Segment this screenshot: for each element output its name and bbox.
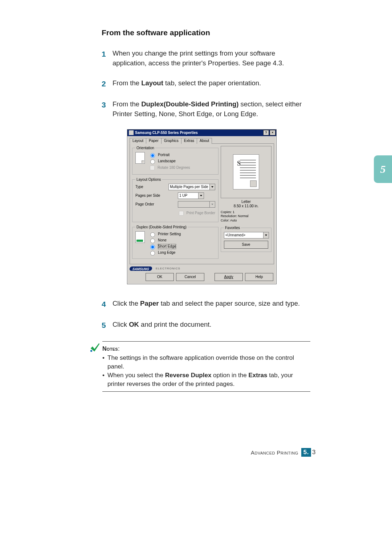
- footer-chapter-box: 5.: [301, 448, 311, 457]
- notes-box: Notes: • The settings in the software ap…: [102, 341, 310, 392]
- radio-input[interactable]: [150, 239, 155, 243]
- bold: Paper: [140, 300, 159, 307]
- orientation-preview-icon: [135, 152, 145, 164]
- bold: Duplex(Double-Sided Printing): [141, 100, 238, 108]
- orientation-group: Orientation Portrait Landscape: [132, 146, 219, 175]
- dropdown-value: Multiple Pages per Side: [169, 185, 209, 189]
- field-label: Pages per Side: [135, 194, 166, 197]
- bold: Layout: [141, 79, 163, 87]
- printer-icon: [129, 130, 134, 135]
- text: and print the document.: [139, 321, 212, 328]
- text: Click the: [113, 300, 140, 307]
- help-button[interactable]: Help: [245, 273, 273, 281]
- step-number: 5: [102, 320, 113, 331]
- brand-subtext: ELECTRONICS: [156, 267, 180, 270]
- bold: OK: [129, 321, 139, 328]
- step-number: 3: [102, 99, 113, 119]
- close-button[interactable]: ×: [270, 130, 275, 135]
- manual-page: From the software application 1 When you…: [0, 0, 392, 554]
- radio-input[interactable]: [150, 245, 155, 249]
- printer-properties-dialog: Samsung CLP-550 Series Properties ? × La…: [127, 129, 277, 284]
- duplex-group: Duplex (Double-Sided Printing) Printer S…: [132, 225, 219, 259]
- radio-long-edge[interactable]: Long Edge: [148, 250, 181, 256]
- favorites-dropdown[interactable]: <Unnamed>: [224, 232, 269, 239]
- duplex-preview-icon: [135, 231, 145, 243]
- type-dropdown[interactable]: Multiple Pages per Side: [168, 184, 215, 190]
- step-text: Click the Paper tab and select the paper…: [113, 299, 310, 310]
- text: option in the: [211, 372, 248, 379]
- radio-printer-setting[interactable]: Printer Setting: [148, 231, 181, 237]
- step-text: Click OK and print the document.: [113, 320, 310, 331]
- radio-portrait[interactable]: Portrait: [148, 152, 190, 158]
- tab-strip: Layout Paper Graphics Extras About: [127, 136, 276, 143]
- step-number: 2: [102, 78, 113, 89]
- bold: Reverse Duplex: [165, 372, 212, 379]
- page-preview: S: [221, 146, 271, 198]
- group-legend: Favorites: [224, 226, 241, 230]
- tab-panel: Orientation Portrait Landscape: [130, 143, 274, 264]
- step-text: From the Layout tab, select the paper or…: [113, 78, 310, 89]
- text: When you select the: [107, 372, 165, 379]
- right-column: S Letter 8.50 x 11.00 in. Copies: 1: [221, 146, 271, 262]
- checkbox-label: Print Page Border: [187, 211, 216, 216]
- page-content: From the software application 1 When you…: [102, 28, 310, 392]
- page-order-dropdown: [178, 201, 215, 208]
- step-text: When you change the print settings from …: [113, 49, 310, 68]
- resolution-info: Resolution: Normal: [221, 214, 271, 219]
- chevron-down-icon[interactable]: [209, 184, 215, 190]
- radio-input[interactable]: [150, 159, 155, 164]
- field-label: Page Order: [135, 202, 166, 206]
- radio-label: Short Edge: [158, 244, 176, 249]
- radio-label: Portrait: [158, 152, 170, 158]
- text: Click: [113, 321, 129, 328]
- tab-paper[interactable]: Paper: [146, 138, 162, 144]
- pages-per-side-dropdown[interactable]: 1 UP: [178, 192, 204, 199]
- tab-layout[interactable]: Layout: [130, 138, 146, 144]
- radio-short-edge[interactable]: Short Edge: [148, 244, 181, 249]
- checkbox-label: Rotate 180 Degrees: [158, 165, 190, 170]
- apply-button[interactable]: Apply: [215, 273, 243, 281]
- dialog-titlebar[interactable]: Samsung CLP-550 Series Properties ? ×: [127, 130, 276, 136]
- group-legend: Duplex (Double-Sided Printing): [135, 225, 188, 229]
- chevron-down-icon[interactable]: [198, 193, 204, 199]
- page-footer: Advanced Printing 5. 3: [251, 448, 316, 457]
- notes-section: Notes: • The settings in the software ap…: [88, 341, 310, 392]
- cancel-button[interactable]: Cancel: [176, 273, 204, 281]
- radio-input[interactable]: [150, 251, 155, 256]
- footer-page-number: 3: [312, 449, 316, 456]
- chevron-down-icon[interactable]: [263, 232, 269, 238]
- svg-point-0: [90, 350, 92, 351]
- step-number: 4: [102, 299, 113, 310]
- step: 1 When you change the print settings fro…: [102, 49, 310, 68]
- preview-lines-icon: [240, 160, 256, 180]
- tab-extras[interactable]: Extras: [181, 138, 197, 144]
- radio-input[interactable]: [150, 232, 155, 237]
- tab-about[interactable]: About: [197, 138, 212, 144]
- field-label: Type: [135, 185, 166, 189]
- brand-row: SAMSUNG ELECTRONICS: [130, 266, 274, 271]
- notes-heading: Notes: [102, 346, 118, 352]
- radio-landscape[interactable]: Landscape: [148, 158, 190, 164]
- note-text: When you select the Reverse Duplex optio…: [107, 371, 310, 388]
- checkbox-input: [179, 211, 184, 216]
- text: tab and select the paper source, size an…: [159, 300, 300, 307]
- tab-graphics[interactable]: Graphics: [161, 138, 181, 144]
- colon: :: [118, 345, 120, 352]
- copies-info: Copies: 1: [221, 210, 271, 215]
- help-button-titlebar[interactable]: ?: [263, 130, 269, 135]
- color-info: Color: Auto: [221, 219, 271, 223]
- radio-none[interactable]: None: [148, 237, 181, 243]
- radio-label: Printer Setting: [158, 232, 181, 237]
- radio-label: None: [158, 238, 167, 243]
- ok-button[interactable]: OK: [146, 273, 174, 281]
- preview-caption: Letter 8.50 x 11.00 in.: [221, 200, 271, 209]
- text: From the: [113, 79, 141, 87]
- radio-input[interactable]: [150, 153, 155, 158]
- left-column: Orientation Portrait Landscape: [132, 146, 219, 262]
- group-legend: Layout Options: [135, 178, 162, 182]
- note-text: The settings in the software application…: [107, 354, 310, 371]
- layout-options-group: Layout Options Type Multiple Pages per S…: [132, 178, 219, 222]
- step: 2 From the Layout tab, select the paper …: [102, 78, 310, 89]
- text: tab, select the paper orientation.: [163, 79, 261, 87]
- save-button[interactable]: Save: [224, 241, 268, 249]
